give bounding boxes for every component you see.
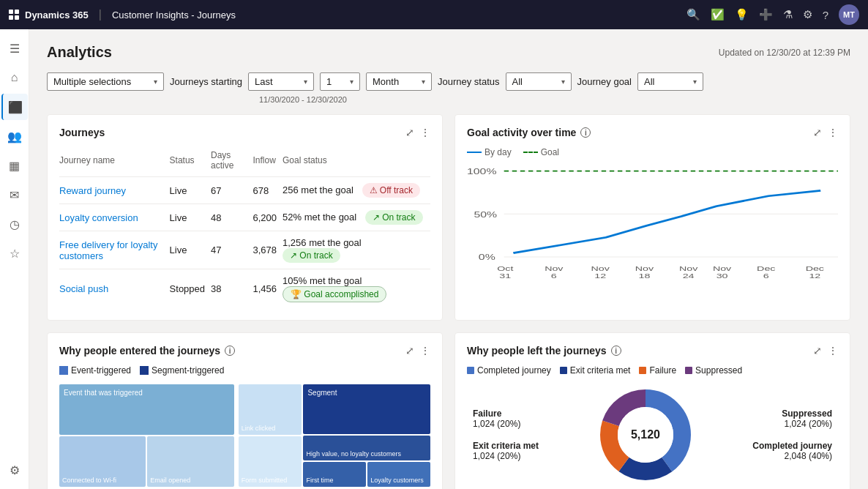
journey-inflow: 678 — [252, 177, 283, 204]
completed-label: Completed journey 2,048 (40%) — [752, 441, 832, 461]
why-cards-row: Why people entered the journeys i ⤢ ⋮ Ev… — [47, 332, 850, 489]
page-header: Analytics Updated on 12/30/20 at 12:39 P… — [47, 44, 850, 61]
journey-days-active: 38 — [211, 269, 252, 309]
journey-status: Live — [170, 231, 211, 269]
journey-days-active: 48 — [211, 204, 252, 231]
more-options-icon[interactable]: ⋮ — [420, 127, 430, 138]
why-entered-legend: Event-triggered Segment-triggered — [59, 365, 430, 376]
app-logo[interactable]: Dynamics 365 — [9, 10, 89, 20]
status-badge: 🏆 Goal accomplished — [283, 286, 386, 302]
more-options-icon[interactable]: ⋮ — [828, 345, 838, 357]
journey-selection-dropdown[interactable]: Multiple selections ▾ — [47, 72, 164, 91]
expand-icon[interactable]: ⤢ — [405, 127, 414, 138]
period-dropdown[interactable]: Month ▾ — [366, 72, 432, 91]
journey-goal-label: Journey goal — [577, 76, 632, 87]
legend-goal: Goal — [523, 147, 559, 157]
add-icon[interactable]: ➕ — [759, 8, 773, 21]
col-inflow: Inflow — [252, 147, 283, 177]
sidebar-item-clock[interactable]: ◷ — [1, 211, 28, 237]
sidebar-item-star[interactable]: ☆ — [1, 240, 28, 266]
treemap-cell-first-time: First time — [303, 462, 366, 487]
chevron-down-icon: ▾ — [350, 78, 353, 86]
journey-name[interactable]: Reward journey — [59, 177, 170, 204]
goal-activity-legend: By day Goal — [467, 147, 838, 157]
chevron-down-icon: ▾ — [154, 78, 157, 86]
col-goal-status: Goal status — [283, 147, 430, 177]
journey-name[interactable]: Free delivery for loyalty customers — [59, 231, 170, 269]
goal-activity-header: Goal activity over time i ⤢ ⋮ — [467, 127, 838, 138]
sidebar-item-people[interactable]: 👥 — [1, 123, 28, 149]
suppressed-label: Suppressed 1,024 (20%) — [752, 408, 832, 429]
exit-criteria-label: Exit criteria met 1,024 (20%) — [473, 441, 539, 461]
legend-failure: Failure — [639, 365, 676, 376]
why-left-card: Why people left the journeys i ⤢ ⋮ Compl… — [454, 332, 850, 489]
journey-goal-status: 52% met the goal ↗ On track — [283, 204, 430, 231]
legend-completed: Completed journey — [467, 365, 551, 376]
expand-icon[interactable]: ⤢ — [405, 345, 414, 357]
treemap-cell-segment: Segment — [303, 384, 430, 434]
svg-text:6: 6 — [763, 272, 769, 280]
help-icon[interactable]: ? — [823, 9, 828, 21]
why-left-info-icon[interactable]: i — [611, 346, 621, 356]
svg-text:5,120: 5,120 — [631, 428, 660, 441]
svg-text:31: 31 — [499, 272, 511, 280]
more-options-icon[interactable]: ⋮ — [420, 345, 430, 357]
goal-activity-chart: 100% 50% 0% Oct 31 Nov 6 Nov 12 — [467, 163, 838, 280]
donut-right-labels: Suppressed 1,024 (20%) Completed journey… — [752, 408, 832, 461]
topnav: Dynamics 365 | Customer Insights - Journ… — [0, 0, 868, 29]
legend-event-triggered: Event-triggered — [59, 365, 131, 376]
main-cards-row: Journeys ⤢ ⋮ Journey name Status Days — [47, 114, 850, 321]
app-name: Dynamics 365 — [25, 10, 89, 20]
journey-goal-status: 1,256 met the goal ↗ On track — [283, 231, 430, 269]
journey-goal-dropdown[interactable]: All ▾ — [637, 72, 703, 91]
treemap: Event that was triggered Connected to Wi… — [59, 384, 430, 487]
more-options-icon[interactable]: ⋮ — [828, 127, 838, 138]
sidebar-item-message[interactable]: ✉ — [1, 182, 28, 208]
expand-icon[interactable]: ⤢ — [813, 127, 822, 138]
treemap-cell-email: Email opened — [147, 436, 233, 487]
journeys-card-actions: ⤢ ⋮ — [405, 127, 430, 138]
treemap-cell-loyalty: Loyalty customers — [367, 462, 430, 487]
journeys-card-header: Journeys ⤢ ⋮ — [59, 127, 430, 138]
journey-status-dropdown[interactable]: All ▾ — [506, 72, 572, 91]
settings-icon[interactable]: ⚙ — [803, 8, 812, 21]
journey-days-active: 47 — [211, 231, 252, 269]
legend-byday: By day — [467, 147, 512, 157]
journey-name[interactable]: Loyalty conversion — [59, 204, 170, 231]
goal-activity-info-icon[interactable]: i — [580, 127, 591, 138]
user-avatar[interactable]: MT — [839, 4, 859, 25]
search-icon[interactable]: 🔍 — [686, 8, 700, 21]
sidebar-item-analytics[interactable]: ⬛ — [1, 94, 28, 120]
expand-icon[interactable]: ⤢ — [813, 345, 822, 357]
donut-left-labels: Failure 1,024 (20%) Exit criteria met 1,… — [473, 408, 539, 461]
nav-separator: | — [99, 8, 102, 21]
svg-text:50%: 50% — [474, 210, 498, 219]
num-dropdown[interactable]: 1 ▾ — [320, 72, 360, 91]
svg-text:18: 18 — [638, 272, 650, 280]
sidebar-item-settings[interactable]: ⚙ — [1, 457, 28, 483]
why-entered-info-icon[interactable]: i — [225, 346, 235, 356]
chevron-down-icon: ▾ — [304, 78, 307, 86]
why-left-legend: Completed journey Exit criteria met Fail… — [467, 365, 838, 376]
grid-icon — [9, 10, 19, 20]
last-dropdown[interactable]: Last ▾ — [248, 72, 314, 91]
why-entered-card: Why people entered the journeys i ⤢ ⋮ Ev… — [47, 332, 443, 489]
why-left-title: Why people left the journeys i — [467, 345, 621, 357]
sidebar-item-table[interactable]: ▦ — [1, 152, 28, 179]
goal-activity-card: Goal activity over time i ⤢ ⋮ By day — [454, 114, 850, 321]
last-updated: Updated on 12/30/20 at 12:39 PM — [719, 48, 850, 58]
main-content: Analytics Updated on 12/30/20 at 12:39 P… — [29, 29, 868, 489]
svg-text:12: 12 — [809, 272, 820, 280]
table-row: Free delivery for loyalty customers Live… — [59, 231, 430, 269]
sidebar-item-menu[interactable]: ☰ — [1, 35, 28, 61]
why-left-header: Why people left the journeys i ⤢ ⋮ — [467, 345, 838, 357]
segment-triggered-dot — [140, 366, 149, 375]
filter-icon[interactable]: ⚗ — [783, 8, 793, 21]
lightbulb-icon[interactable]: 💡 — [735, 8, 749, 21]
check-icon[interactable]: ✅ — [711, 8, 725, 21]
sidebar-item-home[interactable]: ⌂ — [1, 64, 28, 91]
journey-name[interactable]: Social push — [59, 269, 170, 309]
treemap-cell-event-triggered: Event that was triggered — [59, 384, 234, 435]
journey-status: Live — [170, 177, 211, 204]
journeys-card-title: Journeys — [59, 127, 105, 138]
